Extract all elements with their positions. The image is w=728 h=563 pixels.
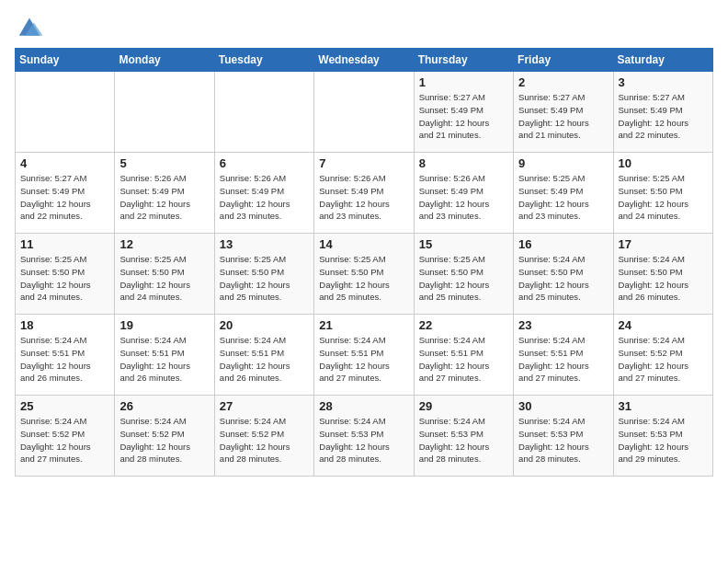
day-number: 10 [619,156,708,170]
day-info: Sunrise: 5:24 AM Sunset: 5:52 PM Dayligh… [619,334,708,385]
calendar-week-row: 4Sunrise: 5:27 AM Sunset: 5:49 PM Daylig… [16,153,713,234]
day-info: Sunrise: 5:24 AM Sunset: 5:51 PM Dayligh… [20,334,109,385]
day-number: 16 [518,237,608,251]
day-info: Sunrise: 5:26 AM Sunset: 5:49 PM Dayligh… [319,172,408,223]
calendar-cell: 27Sunrise: 5:24 AM Sunset: 5:52 PM Dayli… [214,396,313,477]
header-saturday: Saturday [613,49,712,72]
day-number: 21 [319,318,408,332]
header-tuesday: Tuesday [214,49,313,72]
day-info: Sunrise: 5:24 AM Sunset: 5:52 PM Dayligh… [20,415,109,465]
day-info: Sunrise: 5:25 AM Sunset: 5:50 PM Dayligh… [419,253,508,304]
day-info: Sunrise: 5:25 AM Sunset: 5:49 PM Dayligh… [518,172,608,223]
calendar-cell: 28Sunrise: 5:24 AM Sunset: 5:53 PM Dayli… [314,396,414,477]
calendar-cell: 17Sunrise: 5:24 AM Sunset: 5:50 PM Dayli… [613,234,712,315]
day-number: 28 [319,399,408,413]
day-number: 13 [220,237,309,251]
calendar-cell: 2Sunrise: 5:27 AM Sunset: 5:49 PM Daylig… [514,72,613,153]
calendar-cell: 1Sunrise: 5:27 AM Sunset: 5:49 PM Daylig… [414,72,513,153]
day-number: 18 [20,318,109,332]
day-info: Sunrise: 5:24 AM Sunset: 5:51 PM Dayligh… [220,334,309,385]
calendar-cell: 26Sunrise: 5:24 AM Sunset: 5:52 PM Dayli… [115,396,214,477]
day-number: 12 [119,237,209,251]
day-number: 24 [619,318,708,332]
calendar-cell [115,72,214,153]
day-number: 9 [518,156,608,170]
calendar-cell: 19Sunrise: 5:24 AM Sunset: 5:51 PM Dayli… [115,315,214,396]
calendar-week-row: 1Sunrise: 5:27 AM Sunset: 5:49 PM Daylig… [16,72,713,153]
day-info: Sunrise: 5:27 AM Sunset: 5:49 PM Dayligh… [619,91,708,142]
day-number: 5 [119,156,209,170]
day-info: Sunrise: 5:25 AM Sunset: 5:50 PM Dayligh… [319,253,408,304]
calendar-week-row: 11Sunrise: 5:25 AM Sunset: 5:50 PM Dayli… [16,234,713,315]
day-number: 2 [518,75,608,89]
calendar-week-row: 18Sunrise: 5:24 AM Sunset: 5:51 PM Dayli… [16,315,713,396]
calendar-cell: 7Sunrise: 5:26 AM Sunset: 5:49 PM Daylig… [314,153,414,234]
calendar-week-row: 25Sunrise: 5:24 AM Sunset: 5:52 PM Dayli… [16,396,713,477]
calendar-cell: 5Sunrise: 5:26 AM Sunset: 5:49 PM Daylig… [115,153,214,234]
day-number: 22 [419,318,508,332]
day-number: 11 [20,237,109,251]
day-number: 7 [319,156,408,170]
day-info: Sunrise: 5:24 AM Sunset: 5:51 PM Dayligh… [419,334,508,385]
day-number: 20 [220,318,309,332]
day-info: Sunrise: 5:24 AM Sunset: 5:52 PM Dayligh… [220,415,309,465]
calendar-cell: 20Sunrise: 5:24 AM Sunset: 5:51 PM Dayli… [214,315,313,396]
day-info: Sunrise: 5:24 AM Sunset: 5:53 PM Dayligh… [518,415,608,465]
day-info: Sunrise: 5:24 AM Sunset: 5:50 PM Dayligh… [518,253,608,304]
calendar-cell: 13Sunrise: 5:25 AM Sunset: 5:50 PM Dayli… [214,234,313,315]
day-number: 1 [419,75,508,89]
day-info: Sunrise: 5:25 AM Sunset: 5:50 PM Dayligh… [20,253,109,304]
calendar-cell: 14Sunrise: 5:25 AM Sunset: 5:50 PM Dayli… [314,234,414,315]
day-info: Sunrise: 5:24 AM Sunset: 5:50 PM Dayligh… [619,253,708,304]
calendar-cell [314,72,414,153]
calendar-cell: 12Sunrise: 5:25 AM Sunset: 5:50 PM Dayli… [115,234,214,315]
header-sunday: Sunday [16,49,115,72]
day-info: Sunrise: 5:27 AM Sunset: 5:49 PM Dayligh… [419,91,508,142]
day-info: Sunrise: 5:25 AM Sunset: 5:50 PM Dayligh… [220,253,309,304]
day-number: 3 [619,75,708,89]
page-header [15,15,713,40]
day-number: 29 [419,399,508,413]
day-info: Sunrise: 5:26 AM Sunset: 5:49 PM Dayligh… [419,172,508,223]
day-info: Sunrise: 5:24 AM Sunset: 5:53 PM Dayligh… [419,415,508,465]
calendar-cell: 29Sunrise: 5:24 AM Sunset: 5:53 PM Dayli… [414,396,513,477]
calendar-cell: 4Sunrise: 5:27 AM Sunset: 5:49 PM Daylig… [16,153,115,234]
calendar-cell: 10Sunrise: 5:25 AM Sunset: 5:50 PM Dayli… [613,153,712,234]
calendar-cell: 15Sunrise: 5:25 AM Sunset: 5:50 PM Dayli… [414,234,513,315]
day-info: Sunrise: 5:26 AM Sunset: 5:49 PM Dayligh… [119,172,209,223]
logo [15,15,48,40]
day-info: Sunrise: 5:27 AM Sunset: 5:49 PM Dayligh… [20,172,109,223]
day-number: 15 [419,237,508,251]
day-number: 30 [518,399,608,413]
day-number: 14 [319,237,408,251]
calendar-cell: 31Sunrise: 5:24 AM Sunset: 5:53 PM Dayli… [613,396,712,477]
day-info: Sunrise: 5:24 AM Sunset: 5:51 PM Dayligh… [319,334,408,385]
calendar-cell: 9Sunrise: 5:25 AM Sunset: 5:49 PM Daylig… [514,153,613,234]
day-info: Sunrise: 5:24 AM Sunset: 5:51 PM Dayligh… [518,334,608,385]
day-number: 25 [20,399,109,413]
day-number: 6 [220,156,309,170]
calendar-cell: 22Sunrise: 5:24 AM Sunset: 5:51 PM Dayli… [414,315,513,396]
calendar-cell: 3Sunrise: 5:27 AM Sunset: 5:49 PM Daylig… [613,72,712,153]
day-info: Sunrise: 5:27 AM Sunset: 5:49 PM Dayligh… [518,91,608,142]
day-number: 26 [119,399,209,413]
calendar-cell: 8Sunrise: 5:26 AM Sunset: 5:49 PM Daylig… [414,153,513,234]
calendar-cell: 23Sunrise: 5:24 AM Sunset: 5:51 PM Dayli… [514,315,613,396]
day-info: Sunrise: 5:24 AM Sunset: 5:53 PM Dayligh… [619,415,708,465]
calendar-cell: 11Sunrise: 5:25 AM Sunset: 5:50 PM Dayli… [16,234,115,315]
calendar-cell: 25Sunrise: 5:24 AM Sunset: 5:52 PM Dayli… [16,396,115,477]
calendar-cell: 16Sunrise: 5:24 AM Sunset: 5:50 PM Dayli… [514,234,613,315]
day-number: 27 [220,399,309,413]
calendar-table: SundayMondayTuesdayWednesdayThursdayFrid… [15,48,713,477]
calendar-header-row: SundayMondayTuesdayWednesdayThursdayFrid… [16,49,713,72]
day-info: Sunrise: 5:26 AM Sunset: 5:49 PM Dayligh… [220,172,309,223]
day-info: Sunrise: 5:24 AM Sunset: 5:52 PM Dayligh… [119,415,209,465]
header-wednesday: Wednesday [314,49,414,72]
day-number: 4 [20,156,109,170]
header-friday: Friday [514,49,613,72]
day-number: 17 [619,237,708,251]
calendar-cell: 21Sunrise: 5:24 AM Sunset: 5:51 PM Dayli… [314,315,414,396]
calendar-cell [16,72,115,153]
day-info: Sunrise: 5:24 AM Sunset: 5:51 PM Dayligh… [119,334,209,385]
calendar-cell: 24Sunrise: 5:24 AM Sunset: 5:52 PM Dayli… [613,315,712,396]
